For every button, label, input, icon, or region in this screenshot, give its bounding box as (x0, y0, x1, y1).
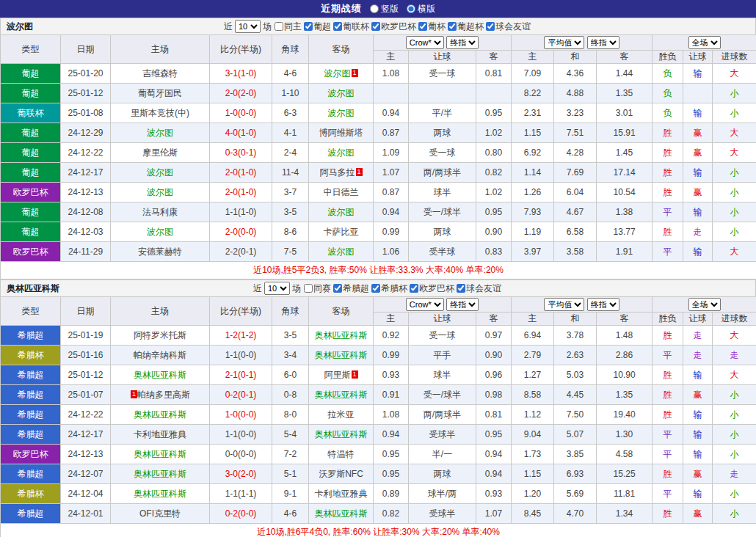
odds-time-select-1[interactable]: 终指 (446, 298, 479, 311)
away-team[interactable]: 博阿维斯塔 (319, 128, 363, 138)
odds-company-select[interactable]: Crow* (406, 298, 444, 311)
filter-checkbox[interactable] (304, 284, 313, 293)
away-team[interactable]: 奥林匹亚科斯 (315, 508, 368, 519)
score[interactable]: 2-0(1-0) (210, 163, 272, 183)
score[interactable]: 1-1(1-0) (210, 202, 272, 222)
home-team[interactable]: 帕纳辛纳科斯 (134, 350, 186, 360)
horizontal-radio[interactable] (407, 4, 415, 13)
home-team[interactable]: 安德莱赫特 (138, 246, 182, 257)
away-team[interactable]: 奥林匹亚科斯 (315, 350, 368, 360)
away-team[interactable]: 波尔图 (328, 207, 355, 217)
home-team[interactable]: 阿特罗米托斯 (134, 330, 186, 340)
odds-time-select-2[interactable]: 终指 (587, 298, 619, 311)
filter-option[interactable]: 球会友谊 (485, 21, 531, 33)
filter-checkbox[interactable] (333, 22, 342, 31)
home-team[interactable]: 奥林匹亚科斯 (134, 370, 186, 380)
score[interactable]: 3-1(1-0) (210, 64, 272, 84)
vertical-radio[interactable] (370, 4, 379, 13)
odds-time-select-1[interactable]: 终指 (446, 36, 479, 49)
filter-checkbox[interactable] (457, 284, 465, 293)
home-team[interactable]: 奥林匹亚科斯 (134, 449, 186, 459)
filter-option[interactable]: 同主 (274, 21, 302, 33)
filter-checkbox[interactable] (418, 22, 427, 31)
filter-option[interactable]: 同赛 (303, 282, 331, 295)
score[interactable]: 0-2(0-0) (210, 504, 272, 524)
filter-checkbox[interactable] (486, 22, 495, 31)
away-team[interactable]: 卡萨比亚 (324, 227, 359, 237)
away-team[interactable]: 阿里斯 (324, 370, 351, 380)
rounds-select[interactable]: 10 (264, 282, 290, 295)
filter-option[interactable]: 希腊杯 (371, 282, 407, 295)
score[interactable]: 1-2(1-2) (210, 326, 272, 346)
filter-checkbox[interactable] (333, 284, 342, 293)
home-team[interactable]: 波尔图 (147, 167, 173, 178)
filter-checkbox[interactable] (448, 22, 457, 31)
home-team[interactable]: 法马利康 (142, 207, 178, 217)
filter-option[interactable]: 葡联杯 (332, 21, 369, 33)
score[interactable]: 1-1(1-1) (210, 484, 272, 504)
filter-checkbox[interactable] (304, 22, 313, 31)
score[interactable]: 1-0(0-0) (210, 405, 272, 425)
scope-select[interactable]: 全场 (688, 298, 721, 311)
away-team[interactable]: 波尔图 (328, 246, 355, 257)
home-team[interactable]: 卡利地亚雅典 (134, 429, 186, 439)
away-team[interactable]: 奥林匹亚科斯 (315, 330, 368, 340)
filter-option[interactable]: 葡超 (303, 21, 331, 33)
odds-company-select[interactable]: Crow* (406, 36, 444, 49)
score[interactable]: 0-2(0-1) (210, 385, 272, 405)
layout-option-vertical[interactable]: 竖版 (369, 3, 399, 15)
score[interactable]: 2-0(0-0) (210, 222, 272, 242)
away-team[interactable]: 奥林匹亚科斯 (315, 390, 368, 400)
home-team[interactable]: OFI克里特 (139, 508, 181, 519)
score[interactable]: 0-0(0-0) (210, 445, 272, 464)
filter-checkbox[interactable] (275, 22, 283, 31)
filter-checkbox[interactable] (410, 284, 418, 293)
home-team[interactable]: 波尔图 (147, 187, 173, 197)
score[interactable]: 1-1(0-0) (210, 346, 272, 365)
home-team[interactable]: 奥林匹亚科斯 (134, 489, 186, 499)
score[interactable]: 2-0(1-0) (210, 183, 272, 202)
away-team[interactable]: 波尔图 (328, 147, 355, 158)
avg-select[interactable]: 平均值 (544, 36, 584, 49)
score[interactable]: 1-0(0-0) (210, 103, 272, 123)
home-team[interactable]: 摩里伦斯 (142, 147, 178, 158)
filter-option[interactable]: 欧罗巴杯 (371, 21, 416, 33)
home-team[interactable]: 里斯本竞技(中) (131, 108, 189, 118)
rounds-select[interactable]: 10 (235, 20, 261, 33)
score[interactable]: 3-0(2-0) (210, 464, 272, 484)
away-team[interactable]: 波尔图 (324, 68, 351, 78)
home-team[interactable]: 波尔图 (147, 227, 173, 237)
score[interactable]: 0-3(0-1) (210, 143, 272, 163)
home-team[interactable]: 奥林匹亚科斯 (134, 409, 186, 420)
away-team[interactable]: 阿马多拉 (320, 167, 355, 178)
score[interactable]: 2-2(0-1) (210, 242, 272, 262)
filter-option[interactable]: 欧罗巴杯 (409, 282, 454, 295)
odds-time-select-2[interactable]: 终指 (587, 36, 619, 49)
away-team[interactable]: 奥林匹亚科斯 (315, 429, 368, 439)
scope-select[interactable]: 全场 (688, 36, 721, 49)
score[interactable]: 4-0(1-0) (210, 123, 272, 143)
score[interactable]: 2-1(0-1) (210, 365, 272, 385)
filter-option[interactable]: 葡超杯 (447, 21, 484, 33)
filter-checkbox[interactable] (371, 284, 380, 293)
away-team[interactable]: 波尔图 (328, 108, 355, 118)
away-team[interactable]: 中日德兰 (324, 187, 359, 197)
layout-option-horizontal[interactable]: 横版 (406, 3, 435, 15)
home-team[interactable]: 帕纳多里高斯 (137, 390, 190, 400)
filter-option[interactable]: 葡杯 (418, 21, 446, 33)
away-team[interactable]: 拉米亚 (328, 409, 355, 420)
home-team[interactable]: 波尔图 (147, 128, 173, 138)
away-team[interactable]: 沃罗斯NFC (319, 469, 363, 479)
away-team[interactable]: 波尔图 (328, 88, 355, 98)
avg-select[interactable]: 平均值 (544, 298, 584, 311)
score[interactable]: 1-1(0-0) (210, 425, 272, 445)
home-team[interactable]: 吉维森特 (142, 68, 178, 78)
home-team[interactable]: 葡萄牙国民 (138, 88, 182, 98)
away-team[interactable]: 特温特 (328, 449, 355, 459)
filter-option[interactable]: 希腊超 (332, 282, 369, 295)
filter-checkbox[interactable] (371, 22, 380, 31)
filter-option[interactable]: 球会友谊 (456, 282, 501, 295)
score[interactable]: 2-0(2-0) (210, 84, 272, 103)
home-team[interactable]: 奥林匹亚科斯 (134, 469, 186, 479)
away-team[interactable]: 卡利地亚雅典 (315, 489, 368, 499)
